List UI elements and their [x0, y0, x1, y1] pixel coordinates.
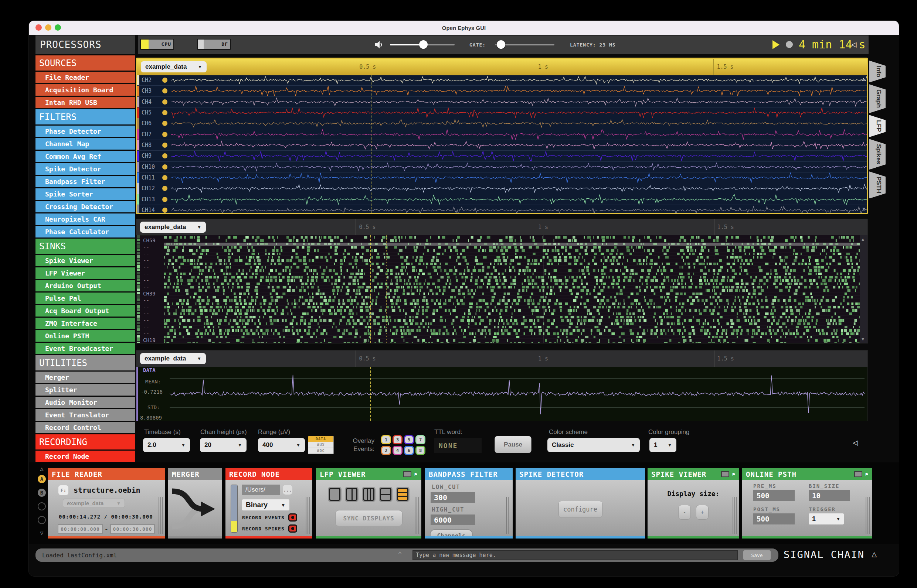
overlay-event-button-7[interactable]: 7	[415, 435, 425, 444]
processor-item-online-psth[interactable]: Online PSTH	[36, 330, 135, 343]
processor-item-lfp-viewer[interactable]: LFP Viewer	[36, 267, 135, 280]
chain-slot-empty[interactable]	[38, 502, 46, 510]
configure-button[interactable]: configure	[559, 501, 603, 518]
chain-scroll-down-icon[interactable]: ▽	[36, 530, 47, 536]
overlay-event-button-4[interactable]: 4	[392, 446, 402, 455]
expand-console-icon[interactable]: ⌃	[398, 550, 402, 559]
open-window-icon[interactable]	[403, 471, 412, 477]
channel-enable-dot[interactable]	[162, 164, 167, 170]
processor-item-zmq-interface[interactable]: ZMQ Interface	[36, 318, 135, 330]
chain-slot-empty[interactable]	[38, 516, 46, 524]
tab-spikes[interactable]: Spikes	[869, 139, 886, 170]
channel-enable-dot[interactable]	[162, 110, 167, 115]
display-size-decrease-button[interactable]: -	[678, 505, 691, 520]
drag-grip[interactable]	[159, 497, 163, 534]
module-header[interactable]: BANDPASS FILTER	[425, 468, 513, 480]
channel-enable-dot[interactable]	[162, 99, 167, 105]
module-header[interactable]: SPIKE VIEWER ⚑	[648, 468, 739, 480]
module-record-node[interactable]: RECORD NODE /Users/ ... Binary▼ RECORD	[225, 468, 312, 538]
channel-enable-dot[interactable]	[162, 121, 167, 126]
processor-item-common-avg-ref[interactable]: Common Avg Ref	[36, 151, 135, 163]
record-spikes-toggle[interactable]	[288, 525, 297, 533]
processor-item-record-control[interactable]: Record Control	[36, 422, 135, 435]
processor-item-spike-viewer[interactable]: Spike Viewer	[36, 255, 135, 267]
scroll-up-icon[interactable]: ▲	[862, 76, 865, 82]
record-path-field[interactable]: /Users/	[242, 485, 280, 495]
processor-item-acquisition-board[interactable]: Acquisition Board	[36, 84, 135, 97]
processor-item-record-node[interactable]: Record Node	[36, 451, 135, 463]
chain-slot-a[interactable]: A	[38, 475, 46, 483]
raster-scrollbar[interactable]: ▲ ▼	[860, 235, 867, 343]
module-header[interactable]: MERGER	[168, 468, 222, 480]
pause-button[interactable]: Pause	[494, 436, 531, 453]
layout-2row-button[interactable]	[379, 487, 392, 502]
browse-path-button[interactable]: ...	[283, 485, 292, 494]
low-cut-field[interactable]: 300	[431, 492, 475, 503]
channel-enable-dot[interactable]	[162, 78, 167, 83]
scroll-up-icon[interactable]: ▲	[862, 237, 864, 242]
module-file-reader[interactable]: FILE READER F: structure.oebin example_d…	[48, 468, 165, 538]
display-size-increase-button[interactable]: +	[696, 505, 708, 520]
drag-grip[interactable]	[732, 497, 737, 534]
pin-tab-icon[interactable]: ⚑	[865, 472, 868, 477]
overlay-event-button-1[interactable]: 1	[381, 435, 391, 444]
lfp-channel-row-ch6[interactable]: CH6	[137, 118, 867, 129]
lfp-channel-row-ch12[interactable]: CH12	[137, 183, 867, 194]
tab-graph[interactable]: Graph	[869, 84, 886, 113]
lfp-channel-row-ch4[interactable]: CH4	[137, 97, 867, 107]
sync-displays-button[interactable]: SYNC DISPLAYS	[335, 510, 402, 526]
processor-item-event-broadcaster[interactable]: Event Broadcaster	[36, 343, 135, 355]
end-time-field[interactable]: 00:00:30.000	[110, 524, 155, 534]
processor-item-phase-detector[interactable]: Phase Detector	[36, 126, 135, 138]
scroll-down-icon[interactable]: ▼	[862, 336, 864, 342]
processor-item-file-reader[interactable]: File Reader	[36, 72, 135, 84]
processor-item-arduino-output[interactable]: Arduino Output	[36, 280, 135, 292]
overlay-event-button-6[interactable]: 6	[404, 446, 414, 455]
layout-3row-button[interactable]	[396, 487, 410, 502]
lfp-channel-row-ch8[interactable]: CH8	[137, 140, 867, 151]
processor-item-neuropixels-car[interactable]: Neuropixels CAR	[36, 213, 135, 226]
processor-item-spike-detector[interactable]: Spike Detector	[36, 163, 135, 176]
drag-grip[interactable]	[506, 497, 510, 534]
start-time-field[interactable]: 00:00:00.000	[58, 524, 103, 534]
lfp-channel-row-ch2[interactable]: CH2	[137, 75, 867, 86]
module-header[interactable]: LFP VIEWER ⚑	[316, 468, 421, 480]
scroll-down-icon[interactable]: ▼	[862, 206, 865, 212]
processor-item-merger[interactable]: Merger	[36, 372, 135, 384]
lfp-channel-row-ch13[interactable]: CH13	[137, 194, 867, 205]
lfp-channel-row-ch5[interactable]: CH5	[137, 107, 867, 118]
disk-meter[interactable]: DF	[197, 39, 231, 50]
channel-enable-dot[interactable]	[162, 132, 167, 137]
raster-display[interactable]: CH59--------------CH39------------CH19 ▲…	[136, 235, 867, 343]
lfp-channel-display[interactable]: ▲ ▼ CH2CH3CH4CH5CH6CH7CH8CH9CH10CH11CH12…	[137, 75, 867, 213]
gate-slider[interactable]	[495, 44, 554, 45]
signal-type-adc-button[interactable]: ADC	[308, 448, 334, 454]
overlay-event-button-8[interactable]: 8	[415, 446, 425, 455]
range-dropdown[interactable]: 400▼	[258, 438, 305, 452]
processor-item-acq-board-output[interactable]: Acq Board Output	[36, 305, 135, 318]
filereader-stream-dropdown[interactable]: example_data▼	[63, 499, 125, 508]
lfp-channel-row-ch10[interactable]: CH10	[137, 162, 867, 173]
module-online-psth[interactable]: ONLINE PSTH ⚑ PRE_MS 500 BIN_SIZE	[742, 468, 872, 538]
tab-lfp[interactable]: LFP	[869, 115, 886, 137]
cpu-meter[interactable]: CPU	[140, 39, 174, 50]
channel-enable-dot[interactable]	[162, 208, 167, 213]
play-button[interactable]	[773, 40, 779, 49]
high-cut-field[interactable]: 6000	[431, 515, 475, 525]
open-window-icon[interactable]	[854, 471, 862, 477]
channel-enable-dot[interactable]	[162, 186, 167, 191]
module-header[interactable]: FILE READER	[48, 468, 165, 480]
overlay-event-button-5[interactable]: 5	[404, 435, 414, 444]
module-merger[interactable]: MERGER	[168, 468, 222, 538]
drag-grip[interactable]	[415, 497, 419, 534]
overlay-event-button-2[interactable]: 2	[381, 446, 391, 455]
layout-3col-button[interactable]	[362, 487, 376, 502]
pre-ms-field[interactable]: 500	[753, 490, 795, 501]
layout-1-button[interactable]	[328, 487, 342, 502]
module-header[interactable]: ONLINE PSTH ⚑	[742, 468, 872, 480]
lfp-stream-selector[interactable]: example_data ▼	[141, 61, 207, 73]
layout-2col-button[interactable]	[345, 487, 358, 502]
processor-item-splitter[interactable]: Splitter	[36, 384, 135, 397]
processor-item-pulse-pal[interactable]: Pulse Pal	[36, 292, 135, 305]
processor-item-event-translator[interactable]: Event Translator	[36, 409, 135, 422]
